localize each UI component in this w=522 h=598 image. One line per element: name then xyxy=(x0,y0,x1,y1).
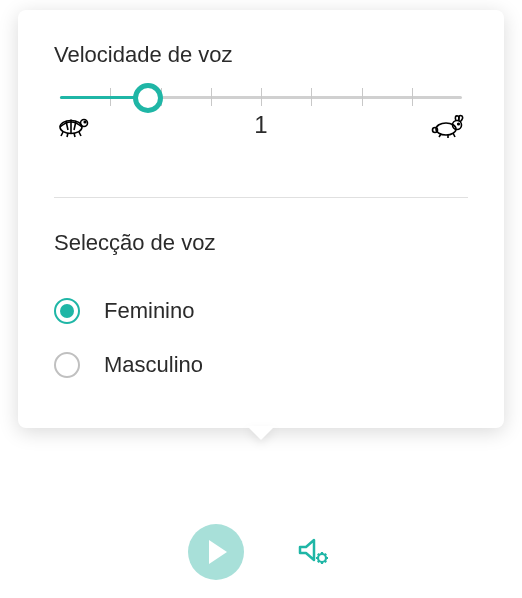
play-icon xyxy=(209,540,227,564)
radio-label: Feminino xyxy=(104,298,194,324)
speaker-gear-icon xyxy=(294,532,334,572)
svg-point-6 xyxy=(433,128,438,133)
voice-settings-popover: Velocidade de voz xyxy=(18,10,504,428)
speed-center-label: 1 xyxy=(254,111,267,139)
voice-settings-button[interactable] xyxy=(294,532,334,572)
speed-slider[interactable]: 1 xyxy=(60,96,462,147)
radio-indicator xyxy=(54,352,80,378)
play-button[interactable] xyxy=(188,524,244,580)
slider-track xyxy=(60,96,462,99)
svg-point-7 xyxy=(318,554,326,562)
svg-point-5 xyxy=(458,123,460,125)
svg-point-2 xyxy=(84,121,86,123)
radio-indicator xyxy=(54,298,80,324)
voice-section-title: Selecção de voz xyxy=(54,230,468,256)
radio-option-masculino[interactable]: Masculino xyxy=(54,338,468,392)
turtle-icon xyxy=(54,113,90,143)
voice-radio-group: Feminino Masculino xyxy=(54,284,468,392)
radio-option-feminino[interactable]: Feminino xyxy=(54,284,468,338)
audio-toolbar xyxy=(0,516,522,588)
slider-labels: 1 xyxy=(60,111,462,147)
radio-label: Masculino xyxy=(104,352,203,378)
divider xyxy=(54,197,468,198)
rabbit-icon xyxy=(430,113,468,143)
speed-section-title: Velocidade de voz xyxy=(54,42,468,68)
slider-thumb[interactable] xyxy=(133,83,163,113)
radio-dot xyxy=(60,304,74,318)
